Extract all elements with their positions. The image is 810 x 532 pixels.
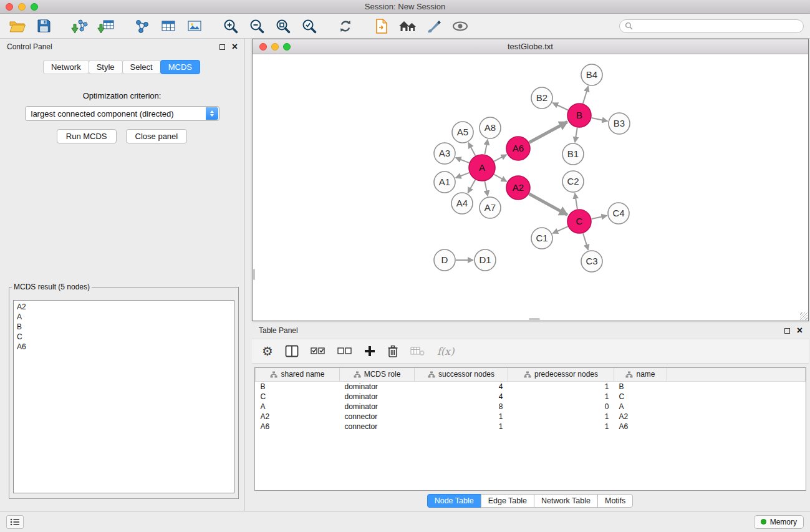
graph-edge-C-C3[interactable] — [583, 233, 588, 250]
graph-node-A2[interactable]: A2 — [506, 176, 530, 200]
graph-edge-C-C4[interactable] — [592, 216, 607, 219]
graph-edge-A-A2[interactable] — [494, 175, 506, 181]
network-minimize-button[interactable] — [271, 43, 279, 51]
graph-edge-A-A6[interactable] — [494, 155, 506, 162]
select-all-rows-button[interactable] — [311, 346, 325, 357]
zoom-out-button[interactable] — [247, 16, 267, 36]
tab-motifs[interactable]: Motifs — [597, 494, 633, 508]
graph-node-C[interactable]: C — [567, 210, 591, 233]
float-table-panel-button[interactable] — [784, 328, 790, 334]
search-input[interactable] — [636, 21, 798, 31]
table-cell[interactable]: 1 — [415, 422, 508, 432]
table-cell[interactable]: A — [256, 402, 340, 412]
tab-network[interactable]: Network — [43, 60, 89, 74]
close-table-panel-button[interactable]: × — [797, 327, 803, 334]
network-close-button[interactable] — [259, 43, 267, 51]
result-item[interactable]: B — [17, 322, 231, 332]
float-panel-button[interactable] — [219, 44, 225, 50]
minimize-window-button[interactable] — [18, 3, 26, 11]
tab-network-table[interactable]: Network Table — [534, 494, 598, 508]
graph-edge-B-B1[interactable] — [575, 128, 577, 143]
graph-node-A7[interactable]: A7 — [480, 197, 501, 218]
graph-node-B4[interactable]: B4 — [581, 64, 602, 85]
show-hide-button[interactable] — [450, 16, 470, 36]
tab-edge-table[interactable]: Edge Table — [481, 494, 534, 508]
table-cell[interactable]: A2 — [614, 412, 667, 422]
add-row-button[interactable] — [364, 346, 375, 357]
network-window-titlebar[interactable]: testGlobe.txt — [253, 39, 808, 54]
panel-list-button[interactable] — [6, 515, 24, 529]
graph-node-A4[interactable]: A4 — [451, 193, 473, 214]
graph-node-C4[interactable]: C4 — [608, 203, 629, 224]
graph-edge-B-B4[interactable] — [583, 86, 589, 104]
tab-node-table[interactable]: Node Table — [427, 494, 481, 508]
graph-edge-A6-B[interactable] — [529, 122, 567, 143]
graph-edge-A-A3[interactable] — [456, 158, 470, 163]
close-window-button[interactable] — [6, 3, 13, 11]
session-file-button[interactable] — [372, 16, 392, 36]
table-cell[interactable]: A6 — [614, 422, 667, 432]
delete-row-button[interactable] — [387, 345, 398, 358]
vertical-scrollbar-thumb[interactable] — [253, 269, 255, 280]
graph-edge-A-A1[interactable] — [456, 173, 470, 178]
save-session-button[interactable] — [34, 16, 54, 36]
close-panel-button[interactable]: × — [232, 44, 238, 50]
table-cell[interactable]: 1 — [508, 412, 614, 422]
result-item[interactable]: C — [17, 332, 231, 342]
horizontal-scrollbar-thumb[interactable] — [529, 318, 540, 320]
graph-edge-C-C2[interactable] — [575, 193, 577, 209]
table-settings-button[interactable]: ⚙ — [262, 344, 273, 359]
resize-grip[interactable] — [800, 312, 808, 320]
graph-edge-A-A4[interactable] — [468, 180, 475, 193]
graph-node-B[interactable]: B — [567, 104, 591, 127]
table-cell[interactable]: connector — [340, 412, 415, 422]
delete-table-button[interactable] — [410, 346, 425, 357]
table-row-C[interactable]: Cdominator41C — [256, 392, 806, 402]
memory-button[interactable]: Memory — [754, 515, 804, 529]
table-row-B[interactable]: Bdominator41B — [256, 381, 806, 392]
table-cell[interactable]: dominator — [340, 402, 415, 412]
zoom-in-button[interactable] — [221, 16, 241, 36]
graph-edge-A-A8[interactable] — [485, 140, 488, 155]
graph-node-B2[interactable]: B2 — [531, 87, 552, 109]
open-session-button[interactable] — [7, 16, 27, 36]
graph-node-B1[interactable]: B1 — [562, 143, 584, 165]
run-mcds-button[interactable]: Run MCDS — [57, 129, 117, 143]
table-row-A6[interactable]: A6connector11A6 — [256, 422, 806, 432]
new-network-button[interactable] — [132, 16, 152, 36]
column-header-successor-nodes[interactable]: successor nodes — [415, 368, 508, 381]
table-cell[interactable]: 4 — [415, 381, 508, 392]
column-header-name[interactable]: name — [614, 368, 667, 381]
result-item[interactable]: A — [17, 312, 231, 322]
result-item[interactable]: A6 — [17, 342, 231, 352]
tab-mcds[interactable]: MCDS — [160, 60, 200, 74]
graph-node-A5[interactable]: A5 — [452, 122, 473, 143]
table-cell[interactable]: 1 — [508, 381, 614, 392]
graph-edge-A-A5[interactable] — [468, 143, 475, 156]
show-networks-button[interactable] — [398, 16, 418, 36]
graph-node-A3[interactable]: A3 — [434, 143, 455, 164]
graph-node-C1[interactable]: C1 — [531, 228, 552, 249]
graph-node-B3[interactable]: B3 — [609, 113, 630, 134]
table-row-A[interactable]: Adominator80A — [256, 402, 806, 412]
result-item[interactable]: A2 — [17, 302, 231, 312]
tab-select[interactable]: Select — [122, 60, 161, 74]
network-maximize-button[interactable] — [283, 43, 291, 51]
export-image-button[interactable] — [185, 16, 205, 36]
column-header-mcds-role[interactable]: MCDS role — [340, 368, 415, 381]
table-cell[interactable]: dominator — [340, 381, 415, 392]
zoom-fit-button[interactable] — [273, 16, 293, 36]
refresh-button[interactable] — [335, 16, 355, 36]
table-cell[interactable]: 1 — [415, 412, 508, 422]
table-cell[interactable]: 1 — [508, 422, 614, 432]
graph-edge-B-B3[interactable] — [592, 118, 608, 121]
table-cell[interactable]: connector — [340, 422, 415, 432]
graph-node-D[interactable]: D — [434, 249, 455, 271]
graph-node-D1[interactable]: D1 — [475, 249, 496, 271]
graph-node-A1[interactable]: A1 — [434, 172, 455, 193]
table-cell[interactable]: B — [256, 381, 340, 392]
table-cell[interactable]: 0 — [508, 402, 614, 412]
toggle-columns-button[interactable] — [285, 345, 299, 357]
table-cell[interactable]: 1 — [508, 392, 614, 402]
graph-edge-A-A7[interactable] — [485, 181, 488, 196]
